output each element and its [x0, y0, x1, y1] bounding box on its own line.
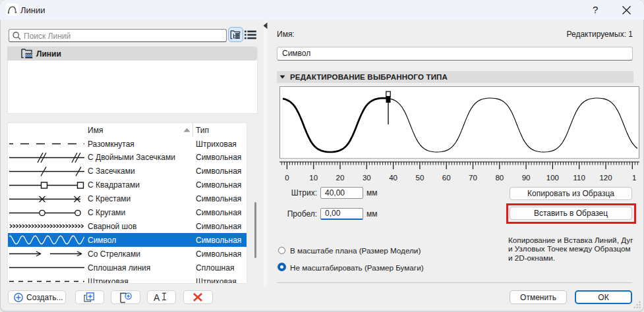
svg-text:60: 60: [442, 174, 451, 182]
svg-text:20: 20: [336, 174, 345, 182]
svg-text:80: 80: [495, 174, 504, 182]
svg-text:120: 120: [599, 174, 612, 182]
svg-text:50: 50: [416, 174, 424, 182]
svg-text:110: 110: [573, 174, 585, 182]
svg-text:70: 70: [469, 174, 477, 182]
svg-text:30: 30: [363, 174, 371, 182]
svg-text:90: 90: [522, 174, 531, 182]
svg-text:10: 10: [309, 174, 318, 182]
svg-text:1: 1: [632, 174, 636, 182]
svg-text:100: 100: [546, 174, 559, 182]
svg-text:0: 0: [285, 174, 289, 182]
svg-text:40: 40: [389, 174, 397, 182]
